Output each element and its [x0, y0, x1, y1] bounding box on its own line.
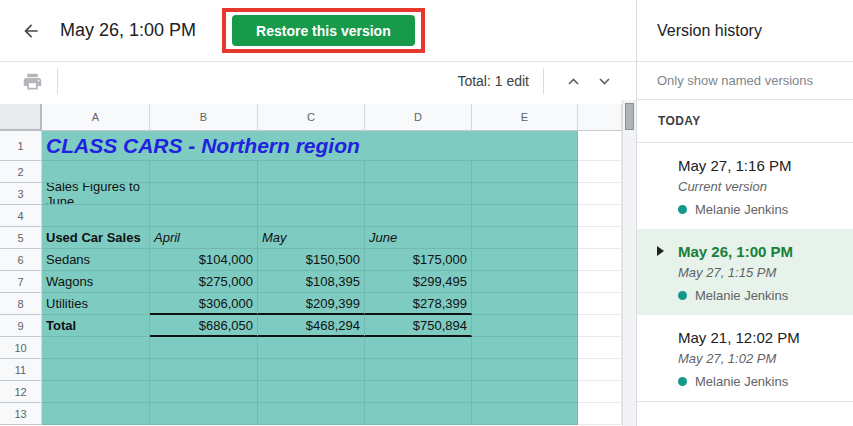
cell-clipped-13	[578, 403, 622, 425]
sidebar-title: Version history	[637, 0, 853, 62]
version-entry-subtitle: May 27, 1:15 PM	[678, 265, 839, 280]
cell-E2	[472, 161, 578, 183]
column-header-C: C	[258, 104, 365, 131]
cell-clipped-2	[578, 161, 622, 183]
main-panel: May 26, 1:00 PM Restore this version Tot…	[0, 0, 636, 426]
cell-D4	[365, 205, 472, 227]
cell-D11	[365, 359, 472, 381]
sheet-row-10: 10	[0, 337, 622, 359]
cell-D13	[365, 403, 472, 425]
cell-E5	[472, 227, 578, 249]
cell-E7	[472, 271, 578, 293]
cell-B5: April	[150, 227, 258, 249]
cell-E13	[472, 403, 578, 425]
chevron-up-icon	[567, 77, 580, 86]
print-button[interactable]	[22, 71, 43, 92]
version-entry-title: May 26, 1:00 PM	[678, 243, 839, 260]
cell-D8: $278,399	[365, 293, 472, 315]
printer-icon	[22, 71, 43, 92]
version-entry-author: Melanie Jenkins	[678, 288, 839, 303]
version-entry-subtitle: Current version	[678, 179, 839, 194]
cell-C3	[258, 183, 365, 205]
cell-C12	[258, 381, 365, 403]
chevron-down-icon	[598, 77, 611, 86]
cell-C5: May	[258, 227, 365, 249]
cell-B3	[150, 183, 258, 205]
cell-A4	[42, 205, 150, 227]
row-header-1: 1	[0, 131, 42, 161]
row-header-12: 12	[0, 381, 42, 403]
row-header-11: 11	[0, 359, 42, 381]
scrollbar-thumb[interactable]	[625, 103, 634, 130]
cell-clipped-6	[578, 249, 622, 271]
row-header-8: 8	[0, 293, 42, 315]
previous-edit-button[interactable]	[558, 72, 589, 91]
row-header-6: 6	[0, 249, 42, 271]
cell-A13	[42, 403, 150, 425]
next-edit-button[interactable]	[589, 72, 620, 91]
restore-version-button[interactable]: Restore this version	[232, 15, 415, 46]
cell-E9	[472, 315, 578, 337]
expand-triangle-icon[interactable]	[657, 246, 664, 256]
cell-clipped-9	[578, 315, 622, 337]
cell-C7: $108,395	[258, 271, 365, 293]
preview-toolbar: Total: 1 edit	[0, 62, 636, 100]
column-header-B: B	[150, 104, 258, 131]
arrow-left-icon	[21, 21, 41, 41]
cell-B13	[150, 403, 258, 425]
column-header-row: ABCDE	[0, 104, 622, 131]
cell-A2	[42, 161, 150, 183]
version-entry[interactable]: May 21, 12:02 PM May 27, 1:02 PM Melanie…	[637, 315, 853, 402]
version-entry-current[interactable]: May 27, 1:16 PM Current version Melanie …	[637, 143, 853, 229]
row-header-2: 2	[0, 161, 42, 183]
version-entry-author: Melanie Jenkins	[678, 202, 839, 217]
cell-clipped-1	[578, 131, 622, 161]
cell-D12	[365, 381, 472, 403]
vertical-scrollbar[interactable]	[622, 100, 636, 426]
toolbar-divider	[57, 68, 58, 94]
cell-C10	[258, 337, 365, 359]
spreadsheet-grid: ABCDE1CLASS CARS - Northern region23Sale…	[0, 104, 622, 425]
cell-D5: June	[365, 227, 472, 249]
cell-D7: $299,495	[365, 271, 472, 293]
cell-A1: CLASS CARS - Northern region	[42, 131, 578, 161]
select-all-corner	[0, 104, 42, 131]
sheet-row-8: 8Utilities$306,000$209,399$278,399	[0, 293, 622, 315]
cell-clipped-3	[578, 183, 622, 205]
version-entry-author: Melanie Jenkins	[678, 374, 839, 389]
column-header-D: D	[365, 104, 472, 131]
cell-D2	[365, 161, 472, 183]
back-arrow-button[interactable]	[18, 18, 44, 44]
cell-clipped-4	[578, 205, 622, 227]
sheet-row-7: 7Wagons$275,000$108,395$299,495	[0, 271, 622, 293]
cell-B6: $104,000	[150, 249, 258, 271]
cell-B11	[150, 359, 258, 381]
sheet-row-2: 2	[0, 161, 622, 183]
sheet-row-4: 4	[0, 205, 622, 227]
sheet-row-12: 12	[0, 381, 622, 403]
cell-clipped-10	[578, 337, 622, 359]
cell-clipped-11	[578, 359, 622, 381]
cell-E3	[472, 183, 578, 205]
cell-E6	[472, 249, 578, 271]
annotation-highlight-box: Restore this version	[222, 8, 425, 53]
author-dot-icon	[678, 377, 687, 386]
toolbar-divider	[543, 68, 544, 94]
cell-C4	[258, 205, 365, 227]
cell-E12	[472, 381, 578, 403]
row-header-5: 5	[0, 227, 42, 249]
named-versions-filter[interactable]: Only show named versions	[637, 62, 853, 100]
cell-C6: $150,500	[258, 249, 365, 271]
cell-A8: Utilities	[42, 293, 150, 315]
version-entry-selected[interactable]: May 26, 1:00 PM May 27, 1:15 PM Melanie …	[637, 229, 853, 315]
column-header-clipped	[578, 104, 622, 131]
edit-count-label: Total: 1 edit	[457, 73, 529, 89]
cell-A5: Used Car Sales	[42, 227, 150, 249]
cell-D10	[365, 337, 472, 359]
sheet-row-5: 5Used Car SalesAprilMayJune	[0, 227, 622, 249]
sheet-row-13: 13	[0, 403, 622, 425]
cell-D3	[365, 183, 472, 205]
cell-E11	[472, 359, 578, 381]
cell-B8: $306,000	[150, 293, 258, 315]
sheet-row-9: 9Total$686,050$468,294$750,894	[0, 315, 622, 337]
